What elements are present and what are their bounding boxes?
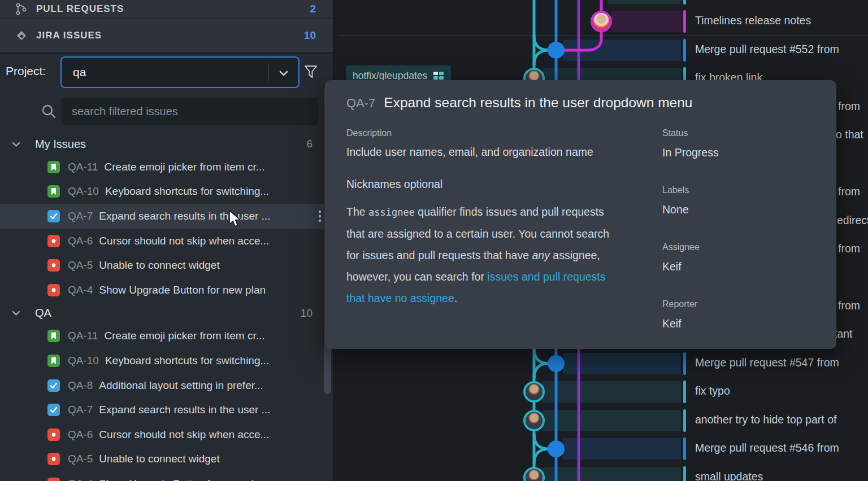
chevron-down-icon	[278, 68, 289, 81]
commit-message[interactable]: Merge pull request #546 from	[695, 441, 839, 454]
story-icon	[47, 355, 60, 367]
funnel-icon	[305, 66, 316, 77]
issue-item-qa-10[interactable]: QA-10Keyboard shortcuts for switching...	[0, 348, 333, 373]
issue-item-title: Keyboard shortcuts for switching...	[105, 185, 269, 198]
issue-item-title: Show Upgrade Button for new plan	[99, 284, 266, 296]
popup-fields-column: StatusIn ProgressLabelsNoneAssigneeKeifR…	[662, 128, 821, 356]
sidebar-section-pull-requests[interactable]: PULL REQUESTS 2	[0, 0, 333, 18]
story-icon	[47, 185, 60, 198]
task-icon	[47, 404, 60, 416]
issue-item-qa-5[interactable]: QA-5Unable to connect widget	[0, 447, 333, 472]
commit-message[interactable]: small updates	[695, 470, 763, 481]
commit-message[interactable]: another try to hide top part of	[695, 413, 836, 426]
team-grid-icon	[433, 71, 444, 80]
commit-message[interactable]: from	[838, 299, 860, 312]
story-icon	[47, 330, 60, 342]
commit-message[interactable]: Merge pull request #547 from	[695, 356, 839, 369]
commit-row-highlight	[542, 381, 681, 403]
issue-item-qa-11[interactable]: QA-11Create emoji picker from item cr...	[0, 324, 333, 349]
issue-item-qa-4[interactable]: QA-4Show Upgrade Button for new plan	[0, 278, 333, 303]
no-assignee-link[interactable]: that have no assignee	[346, 292, 454, 304]
story-icon	[47, 161, 60, 173]
dropdown-divider	[268, 63, 269, 81]
issue-item-qa-10[interactable]: QA-10Keyboard shortcuts for switching...	[0, 180, 333, 204]
commit-ref-tick	[683, 0, 686, 5]
popup-title: QA-7 Expand search results in the user d…	[346, 95, 692, 111]
commit-row-highlight	[611, 11, 681, 32]
kebab-menu-icon[interactable]	[318, 209, 322, 225]
issue-item-qa-5[interactable]: QA-5Unable to connect widget	[0, 253, 333, 278]
app-window: { "sidebar": { "pull_requests": { "label…	[0, 0, 868, 481]
commit-author-avatar	[523, 467, 545, 481]
issue-item-key: QA-4	[68, 478, 93, 481]
search-icon	[41, 103, 57, 121]
no-assignee-link[interactable]: issues and pull requests	[487, 270, 605, 283]
avatar-photo	[526, 383, 542, 400]
issue-item-title: Show Upgrade Button for new plan	[99, 478, 266, 481]
issue-item-key: QA-10	[68, 185, 99, 198]
issue-item-title: Additional layout setting in prefer...	[99, 379, 263, 392]
issue-item-title: Create emoji picker from item cr...	[105, 161, 265, 173]
issue-item-key: QA-11	[68, 330, 98, 342]
commit-message[interactable]: fix typo	[695, 384, 730, 397]
issue-item-qa-7[interactable]: QA-7Expand search results in the user ..…	[0, 204, 333, 229]
issue-item-key: QA-7	[68, 404, 93, 416]
sidebar-section-jira-issues[interactable]: JIRA ISSUES 10	[0, 19, 333, 54]
pull-request-icon	[15, 2, 28, 16]
issue-item-qa-7[interactable]: QA-7Expand search results in the user ..…	[0, 397, 333, 422]
commit-ref-tick	[683, 10, 686, 33]
search-input[interactable]	[62, 98, 318, 125]
description-text: Nicknames optional	[346, 178, 663, 191]
project-dropdown[interactable]: qa	[60, 56, 300, 88]
avatar-photo	[526, 412, 542, 429]
issue-group-header[interactable]: My Issues6	[0, 133, 333, 155]
issue-item-title: Cursor should not skip when acce...	[99, 235, 269, 247]
issue-item-title: Create emoji picker from item cr...	[105, 330, 265, 342]
issue-item-key: QA-11	[68, 161, 98, 173]
commit-ref-tick	[683, 438, 686, 460]
issue-item-key: QA-5	[68, 259, 93, 272]
issue-item-qa-6[interactable]: QA-6Cursor should not skip when acce...	[0, 229, 333, 253]
field-reporter: ReporterKeif	[662, 299, 821, 330]
description-text: Include user names, email, and organizat…	[346, 146, 663, 159]
issue-item-title: Expand search results in the user ...	[99, 210, 270, 222]
graph-row-separator	[338, 36, 868, 36]
sidebar: PULL REQUESTS 2 JIRA ISSUES 10 Project: …	[0, 0, 333, 481]
commit-message[interactable]: Merge pull request #552 from	[695, 43, 839, 56]
field-value: None	[662, 203, 821, 216]
commit-message[interactable]: from	[838, 185, 860, 198]
pull-requests-count: 2	[310, 3, 316, 15]
merge-commit-node	[548, 355, 565, 372]
commit-message[interactable]: o that	[836, 128, 863, 141]
field-status: StatusIn Progress	[662, 128, 821, 159]
jira-icon	[15, 29, 28, 42]
issue-item-qa-4[interactable]: QA-4Show Upgrade Button for new plan	[0, 471, 333, 481]
project-label: Project:	[6, 64, 46, 78]
project-dropdown-value: qa	[73, 65, 86, 79]
field-label: Reporter	[662, 299, 821, 310]
issue-group-header[interactable]: QA10	[0, 303, 333, 324]
issue-item-qa-6[interactable]: QA-6Cursor should not skip when acce...	[0, 422, 333, 447]
issue-item-qa-11[interactable]: QA-11Create emoji picker from item cr...	[0, 155, 333, 180]
commit-message[interactable]: Timelines release notes	[695, 14, 811, 27]
commit-message[interactable]: from	[838, 242, 860, 255]
issue-item-key: QA-6	[68, 235, 93, 247]
merge-commit-node	[548, 440, 565, 457]
field-label: Labels	[662, 185, 821, 196]
issue-item-key: QA-6	[68, 428, 93, 441]
commit-row-highlight	[607, 0, 681, 4]
issue-item-qa-8[interactable]: QA-8Additional layout setting in prefer.…	[0, 373, 333, 398]
bug-icon	[47, 259, 60, 272]
issue-detail-popup: QA-7 Expand search results in the user d…	[325, 80, 836, 349]
popup-description-column: Description Include user names, email, a…	[346, 128, 663, 309]
issue-sections: My Issues6QA-11Create emoji picker from …	[0, 133, 333, 481]
commit-message[interactable]: edirect	[837, 214, 868, 227]
field-label: Assignee	[662, 242, 821, 253]
bug-icon	[47, 453, 60, 465]
merge-commit-node	[548, 42, 565, 59]
commit-message[interactable]: from	[838, 100, 860, 113]
filter-button[interactable]	[303, 64, 320, 81]
avatar-photo	[593, 13, 610, 30]
commit-message[interactable]: tant	[834, 327, 853, 340]
issue-item-key: QA-8	[68, 379, 93, 392]
